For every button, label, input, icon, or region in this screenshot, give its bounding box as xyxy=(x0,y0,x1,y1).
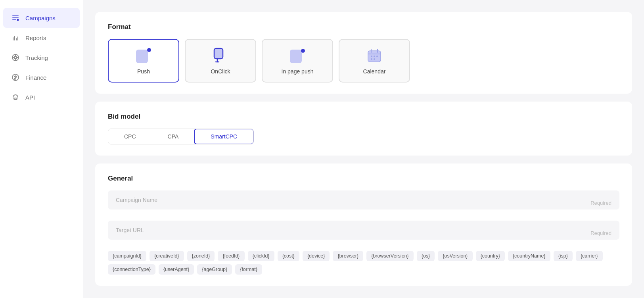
sidebar-item-api[interactable]: API xyxy=(3,87,80,107)
calendar-card-label: Calendar xyxy=(363,68,386,75)
general-section: General Required Required {campaignId}{c… xyxy=(95,163,632,286)
svg-point-0 xyxy=(17,19,19,21)
tracking-icon xyxy=(11,53,20,62)
sidebar-item-reports-label: Reports xyxy=(25,35,46,41)
bid-model-title: Bid model xyxy=(108,113,619,121)
target-url-input[interactable] xyxy=(108,221,619,240)
format-section: Format Push xyxy=(95,12,632,94)
format-title: Format xyxy=(108,23,619,31)
tag-item[interactable]: {country} xyxy=(476,251,505,261)
campaign-name-wrap: Required xyxy=(108,190,619,215)
sidebar-item-tracking-label: Tracking xyxy=(25,54,48,61)
push-card-icon xyxy=(135,47,152,64)
tag-item[interactable]: {ageGroup} xyxy=(197,264,232,275)
campaign-name-input[interactable] xyxy=(108,190,619,210)
api-icon xyxy=(11,93,20,102)
format-card-inpagepush[interactable]: In page push xyxy=(262,39,333,83)
campaign-name-required: Required xyxy=(590,200,611,206)
finance-icon xyxy=(11,73,20,82)
tag-item[interactable]: {creativeId} xyxy=(150,251,184,261)
svg-rect-5 xyxy=(214,48,223,59)
tag-item[interactable]: {isp} xyxy=(554,251,573,261)
main-content: Format Push xyxy=(83,0,644,298)
sidebar-item-finance[interactable]: Finance xyxy=(3,67,80,87)
inpagepush-card-label: In page push xyxy=(282,68,314,75)
onclick-card-label: OnClick xyxy=(211,68,230,75)
sidebar-item-campaigns[interactable]: Campaigns xyxy=(3,8,80,28)
tag-item[interactable]: {osVersion} xyxy=(438,251,472,261)
svg-point-11 xyxy=(371,58,372,60)
svg-point-12 xyxy=(374,58,375,60)
tag-item[interactable]: {clickId} xyxy=(248,251,274,261)
tag-item[interactable]: {os} xyxy=(417,251,435,261)
svg-point-2 xyxy=(14,56,17,59)
inpage-rect xyxy=(290,50,302,63)
inpagepush-card-icon xyxy=(289,47,306,64)
general-title: General xyxy=(108,175,619,183)
tag-item[interactable]: {device} xyxy=(303,251,330,261)
svg-point-8 xyxy=(371,56,372,57)
tag-item[interactable]: {format} xyxy=(235,264,262,275)
campaigns-icon xyxy=(11,13,20,22)
push-rect xyxy=(136,50,148,63)
target-url-required: Required xyxy=(590,230,611,236)
onclick-card-icon xyxy=(212,47,229,64)
calendar-card-icon xyxy=(366,47,383,64)
svg-point-10 xyxy=(376,56,378,57)
format-card-push[interactable]: Push xyxy=(108,39,179,83)
sidebar-item-reports[interactable]: Reports xyxy=(3,28,80,48)
tag-item[interactable]: {feedId} xyxy=(218,251,244,261)
format-card-onclick[interactable]: OnClick xyxy=(185,39,256,83)
tag-item[interactable]: {userAgent} xyxy=(159,264,194,275)
bid-tab-cpa[interactable]: CPA xyxy=(152,129,195,144)
tag-item[interactable]: {connectionType} xyxy=(108,264,155,275)
tag-item[interactable]: {zoneId} xyxy=(187,251,215,261)
reports-icon xyxy=(11,33,20,42)
sidebar-item-api-label: API xyxy=(25,94,35,101)
bid-tab-smartcpc[interactable]: SmartCPC xyxy=(194,129,254,144)
push-dot xyxy=(147,48,151,52)
format-card-calendar[interactable]: Calendar xyxy=(339,39,410,83)
inpage-dot xyxy=(301,49,305,53)
tag-item[interactable]: {countryName} xyxy=(508,251,550,261)
svg-point-9 xyxy=(374,56,375,57)
bid-tabs: CPC CPA SmartCPC Smart CPC is a custom p… xyxy=(108,129,254,144)
smartcpc-tooltip-wrap: SmartCPC Smart CPC is a custom pricing m… xyxy=(194,129,253,144)
tag-item[interactable]: {browserVersion} xyxy=(366,251,414,261)
target-url-wrap: Required xyxy=(108,221,619,245)
tag-item[interactable]: {carrier} xyxy=(576,251,603,261)
tags-row: {campaignId}{creativeId}{zoneId}{feedId}… xyxy=(108,251,619,275)
format-grid: Push OnClick xyxy=(108,39,619,83)
tag-item[interactable]: {browser} xyxy=(333,251,363,261)
sidebar: Campaigns Reports Tracking Finance xyxy=(0,0,83,298)
svg-point-4 xyxy=(14,98,17,100)
sidebar-item-finance-label: Finance xyxy=(25,74,46,81)
sidebar-item-campaigns-label: Campaigns xyxy=(25,15,56,21)
tag-item[interactable]: {campaignId} xyxy=(108,251,146,261)
bid-tab-cpc[interactable]: CPC xyxy=(108,129,152,144)
bid-model-section: Bid model CPC CPA SmartCPC Smart CPC is … xyxy=(95,102,632,156)
tag-item[interactable]: {cost} xyxy=(278,251,299,261)
push-card-label: Push xyxy=(137,68,150,75)
sidebar-item-tracking[interactable]: Tracking xyxy=(3,48,80,67)
